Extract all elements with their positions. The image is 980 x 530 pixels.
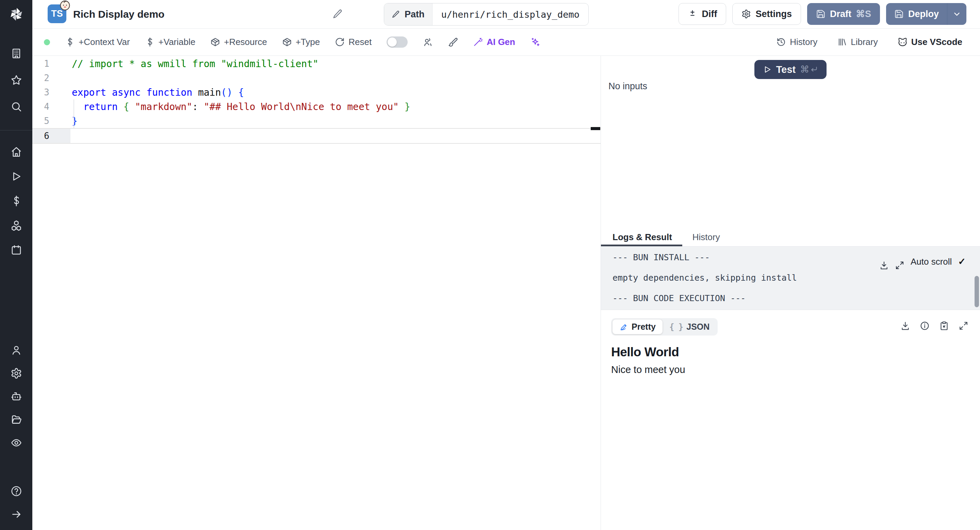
code-line-2[interactable]: 2 xyxy=(32,71,601,85)
multiplayer-icon[interactable] xyxy=(423,37,433,47)
path-value[interactable]: u/henri/rich_display_demo xyxy=(433,9,588,20)
gear-icon[interactable] xyxy=(11,367,22,379)
cmd-glyph: ⌘ xyxy=(800,64,809,75)
download-logs-icon[interactable] xyxy=(879,257,889,267)
rotate-icon xyxy=(335,37,345,47)
log-controls: Auto scroll ✓ xyxy=(879,251,966,272)
toolbar-item-label: +Resource xyxy=(224,37,267,47)
code-line-3[interactable]: 3export async function main() { xyxy=(32,85,601,99)
toolbar-item-label: Reset xyxy=(348,37,372,47)
dollar-icon xyxy=(145,37,155,47)
toolbar-reset-button[interactable]: Reset xyxy=(335,37,372,47)
right-panel: Test ⌘ No inputs Logs & Result History -… xyxy=(601,56,980,530)
diff-label: Diff xyxy=(702,9,717,19)
draft-shortcut: ⌘S xyxy=(856,8,871,19)
library-icon xyxy=(837,37,847,47)
code-line-content xyxy=(70,71,601,85)
header-actions: Diff Settings Draft ⌘S Deploy xyxy=(679,3,966,25)
edit-title-icon[interactable] xyxy=(332,9,343,19)
deploy-menu-button[interactable] xyxy=(947,3,966,25)
copy-clipboard-icon[interactable] xyxy=(939,321,949,331)
expand-result-icon[interactable] xyxy=(959,321,969,331)
code-line-6[interactable]: 6 xyxy=(32,128,601,144)
code-line-5[interactable]: 5} xyxy=(32,114,601,128)
arrow-right-icon[interactable] xyxy=(11,509,22,520)
folder-open-icon[interactable] xyxy=(11,414,22,425)
code-line-content: return { "markdown": "## Hello World\nNi… xyxy=(70,99,601,114)
toolbar-item-label: +Context Var xyxy=(79,37,130,47)
toolbar-library-button[interactable]: Library xyxy=(837,37,878,47)
toolbar--variable-button[interactable]: +Variable xyxy=(145,37,196,47)
windmill-logo[interactable] xyxy=(7,5,26,24)
result-view-switch: Pretty { } JSON xyxy=(611,318,718,335)
code-line-1[interactable]: 1// import * as wmill from "windmill-cli… xyxy=(32,57,601,71)
settings-label: Settings xyxy=(756,9,792,19)
user-icon[interactable] xyxy=(11,344,22,356)
content: 1// import * as wmill from "windmill-cli… xyxy=(32,56,980,530)
json-label: JSON xyxy=(686,322,710,332)
deploy-split-button: Deploy xyxy=(886,3,966,25)
page-title: Rich Display demo xyxy=(73,0,164,28)
settings-button[interactable]: Settings xyxy=(732,3,801,25)
code-editor[interactable]: 1// import * as wmill from "windmill-cli… xyxy=(32,56,601,530)
connection-status-dot xyxy=(44,39,50,45)
star-icon[interactable] xyxy=(11,74,22,86)
pen-icon xyxy=(619,322,628,331)
json-view-button[interactable]: { } JSON xyxy=(662,319,716,334)
clock-history-icon xyxy=(776,37,786,47)
multiplayer-toggle[interactable] xyxy=(387,37,408,48)
sidebar-group-top xyxy=(0,48,32,112)
cat-icon xyxy=(898,37,907,47)
info-icon[interactable] xyxy=(920,321,930,331)
run-panel: Test ⌘ No inputs xyxy=(601,56,980,228)
ai-gen-button[interactable]: AI Gen xyxy=(473,37,515,47)
eye-icon[interactable] xyxy=(11,437,22,449)
draft-button[interactable]: Draft ⌘S xyxy=(807,3,880,25)
path-field[interactable]: Path u/henri/rich_display_demo xyxy=(384,3,589,26)
tab-logs-and-result[interactable]: Logs & Result xyxy=(601,228,682,246)
calendar-icon[interactable] xyxy=(11,244,22,256)
test-button[interactable]: Test ⌘ xyxy=(754,60,827,79)
sparkles-icon[interactable] xyxy=(530,37,540,47)
result-body: Nice to meet you xyxy=(611,364,970,375)
search-icon[interactable] xyxy=(11,101,22,112)
format-brush-icon[interactable] xyxy=(448,37,458,47)
play-icon[interactable] xyxy=(11,171,22,182)
building-icon[interactable] xyxy=(11,48,22,59)
tab-history[interactable]: History xyxy=(682,228,730,246)
download-result-icon[interactable] xyxy=(900,321,910,331)
toggle-knob xyxy=(388,37,397,47)
dollar-icon[interactable] xyxy=(11,195,22,207)
toolbar--type-button[interactable]: +Type xyxy=(282,37,320,47)
left-sidebar xyxy=(0,0,32,530)
ai-gen-label: AI Gen xyxy=(487,37,515,47)
help-circle-icon[interactable] xyxy=(11,485,22,497)
braces-icon: { } xyxy=(669,322,683,332)
line-number: 6 xyxy=(32,129,70,143)
dollar-icon xyxy=(65,37,75,47)
bot-icon[interactable] xyxy=(11,391,22,402)
deploy-button[interactable]: Deploy xyxy=(886,3,947,25)
toolbar--context-var-button[interactable]: +Context Var xyxy=(65,37,130,47)
line-number: 4 xyxy=(32,99,70,114)
toolbar-use-vscode-button[interactable]: Use VScode xyxy=(898,37,962,47)
toolbar--resource-button[interactable]: +Resource xyxy=(210,37,267,47)
pretty-view-button[interactable]: Pretty xyxy=(612,319,662,334)
sidebar-divider xyxy=(0,130,32,131)
log-scrollbar[interactable] xyxy=(975,276,979,307)
log-output[interactable]: --- BUN INSTALL ---empty dependencies, s… xyxy=(601,247,980,310)
expand-logs-icon[interactable] xyxy=(895,257,904,267)
main-column: TS Rich Display demo Path u/henri/rich_d… xyxy=(32,0,980,530)
code-line-content: } xyxy=(70,114,601,128)
no-inputs-text: No inputs xyxy=(608,81,647,92)
boxes-icon[interactable] xyxy=(11,220,22,231)
logs-tabs: Logs & Result History xyxy=(601,228,980,247)
code-line-4[interactable]: 4 return { "markdown": "## Hello World\n… xyxy=(32,99,601,114)
auto-scroll-label[interactable]: Auto scroll xyxy=(911,251,952,272)
auto-scroll-check-icon[interactable]: ✓ xyxy=(958,251,966,272)
home-icon[interactable] xyxy=(11,146,22,158)
sidebar-group-main xyxy=(0,146,32,256)
header: TS Rich Display demo Path u/henri/rich_d… xyxy=(32,0,980,29)
toolbar-history-button[interactable]: History xyxy=(776,37,817,47)
diff-button[interactable]: Diff xyxy=(679,3,726,25)
